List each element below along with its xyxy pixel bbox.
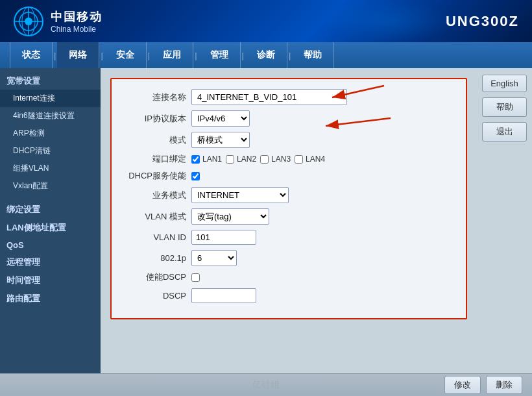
modify-button[interactable]: 修改 <box>444 376 481 394</box>
dscp-enable-label: 使能DSCP <box>125 271 186 283</box>
vlan-id-label: VLAN ID <box>125 232 186 242</box>
port-lan1-label[interactable]: LAN1 <box>191 155 222 164</box>
logo-text: 中国移动 China Mobile <box>51 9 103 34</box>
port-lan4-checkbox[interactable] <box>295 155 303 164</box>
port-lan2-label[interactable]: LAN2 <box>226 155 256 164</box>
footer: 亿硅姐 修改 删除 <box>0 373 532 396</box>
vlan-id-input[interactable] <box>191 230 256 245</box>
dhcp-enable-row: DHCP服务使能 <box>125 170 453 182</box>
service-mode-select[interactable]: INTERNET OTHER <box>191 187 289 203</box>
dot1p-label: 802.1p <box>125 253 186 263</box>
nav-sep-3: | <box>147 51 151 60</box>
connection-name-select[interactable]: 4_INTERNET_B_VID_101 <box>191 89 347 105</box>
connection-name-label: 连接名称 <box>125 92 186 103</box>
port-lan3-label[interactable]: LAN3 <box>260 155 291 164</box>
footer-watermark: 亿硅姐 <box>252 379 280 391</box>
sidebar-item-4in6[interactable]: 4in6隧道连接设置 <box>0 107 101 125</box>
logo-cn: 中国移动 <box>51 9 103 25</box>
vlan-id-row: VLAN ID <box>125 230 453 245</box>
nav-sep-2: | <box>99 51 104 60</box>
nav-sep-5: | <box>241 51 245 60</box>
mode-label: 模式 <box>125 134 186 146</box>
sidebar-item-dhcp[interactable]: DHCP清链 <box>0 142 101 160</box>
help-button[interactable]: 帮助 <box>482 97 527 117</box>
nav-item-help[interactable]: 帮助 <box>292 42 334 68</box>
sidebar-group-lan[interactable]: LAN侧地址配置 <box>0 218 101 236</box>
logo-icon <box>13 6 44 37</box>
dot1p-select[interactable]: 0123 4567 <box>191 250 237 266</box>
nav-item-diag[interactable]: 诊断 <box>245 42 287 68</box>
port-lan4-label[interactable]: LAN4 <box>295 155 325 164</box>
dscp-input[interactable] <box>191 288 256 303</box>
dscp-enable-checkbox[interactable] <box>191 273 200 282</box>
model-name: UNG300Z <box>446 13 519 30</box>
sidebar-group-route[interactable]: 路由配置 <box>0 289 101 307</box>
connection-name-row: 连接名称 4_INTERNET_B_VID_101 <box>125 89 453 105</box>
english-button[interactable]: English <box>482 75 527 92</box>
logo-area: 中国移动 China Mobile <box>13 6 103 37</box>
nav-sep-4: | <box>193 51 198 60</box>
main-layout: 宽带设置 Internet连接 4in6隧道连接设置 ARP检测 DHCP清链 … <box>0 68 532 373</box>
header: 中国移动 China Mobile UNG300Z <box>0 0 532 42</box>
right-panel: English 帮助 退出 <box>477 68 532 373</box>
delete-button[interactable]: 删除 <box>486 376 522 394</box>
ip-version-row: IP协议版本 IPv4/v6 IPv4 IPv6 <box>125 110 453 127</box>
content-area: 网络亿硅姐 连接名称 4_INTERNET_B_VID_101 IP协议版本 I… <box>101 68 477 373</box>
nav-item-manage[interactable]: 管理 <box>199 42 241 68</box>
port-lan2-checkbox[interactable] <box>226 155 234 164</box>
sidebar-item-multicast-vlan[interactable]: 组播VLAN <box>0 160 101 177</box>
exit-button[interactable]: 退出 <box>482 122 527 142</box>
service-mode-row: 业务模式 INTERNET OTHER <box>125 187 453 203</box>
nav-sep-1: | <box>53 51 57 60</box>
sidebar: 宽带设置 Internet连接 4in6隧道连接设置 ARP检测 DHCP清链 … <box>0 68 101 373</box>
dscp-label: DSCP <box>125 291 186 301</box>
dot1p-row: 802.1p 0123 4567 <box>125 250 453 266</box>
sidebar-group-bind: 绑定设置 <box>0 200 101 218</box>
header-globe <box>324 0 454 42</box>
port-checkboxes: LAN1 LAN2 LAN3 LAN4 <box>191 155 325 164</box>
port-binding-row: 端口绑定 LAN1 LAN2 LAN3 <box>125 153 453 165</box>
sidebar-item-vxlan[interactable]: Vxlan配置 <box>0 177 101 195</box>
mode-row: 模式 桥模式 路由模式 <box>125 132 453 148</box>
dscp-enable-row: 使能DSCP <box>125 271 453 283</box>
vlan-mode-label: VLAN 模式 <box>125 211 186 223</box>
form-box: 连接名称 4_INTERNET_B_VID_101 IP协议版本 IPv4/v6… <box>110 78 467 319</box>
sidebar-item-internet[interactable]: Internet连接 <box>0 90 101 107</box>
dscp-row: DSCP <box>125 288 453 303</box>
sidebar-group-remote[interactable]: 远程管理 <box>0 253 101 271</box>
sidebar-group-broadband: 宽带设置 <box>0 71 101 90</box>
logo-en: China Mobile <box>51 25 103 34</box>
nav-item-app[interactable]: 应用 <box>151 42 193 68</box>
port-lan1-checkbox[interactable] <box>191 155 200 164</box>
vlan-mode-row: VLAN 模式 改写(tag) 透传 不处理 <box>125 208 453 225</box>
sidebar-group-time[interactable]: 时间管理 <box>0 271 101 289</box>
nav-item-network[interactable]: 网络 <box>57 42 99 68</box>
dhcp-enable-label: DHCP服务使能 <box>125 170 186 182</box>
dhcp-enable-checkbox[interactable] <box>191 172 200 180</box>
port-lan3-checkbox[interactable] <box>260 155 269 164</box>
service-mode-label: 业务模式 <box>125 190 186 201</box>
ip-version-select[interactable]: IPv4/v6 IPv4 IPv6 <box>191 110 250 127</box>
ip-version-label: IP协议版本 <box>125 113 186 125</box>
nav-bar: 状态 | 网络 | 安全 | 应用 | 管理 | 诊断 | 帮助 <box>0 42 532 68</box>
mode-select[interactable]: 桥模式 路由模式 <box>191 132 250 148</box>
vlan-mode-select[interactable]: 改写(tag) 透传 不处理 <box>191 208 269 225</box>
port-binding-label: 端口绑定 <box>125 153 186 165</box>
nav-item-security[interactable]: 安全 <box>104 42 147 68</box>
sidebar-group-qos[interactable]: QoS <box>0 236 101 253</box>
sidebar-item-arp[interactable]: ARP检测 <box>0 125 101 142</box>
nav-sep-6: | <box>287 51 292 60</box>
nav-item-status[interactable]: 状态 <box>10 42 53 68</box>
